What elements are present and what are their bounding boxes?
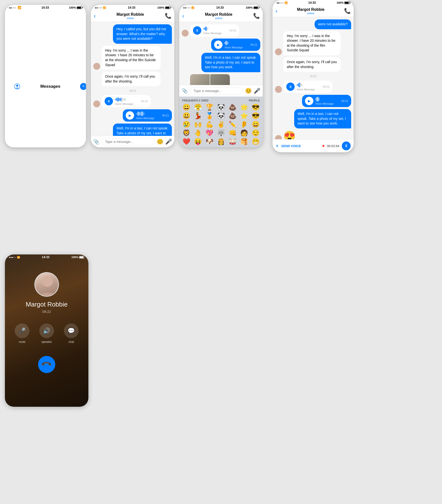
contact-status: online (278, 12, 344, 15)
emoji-item[interactable]: 💖 (206, 129, 213, 137)
recording-time: 00:02:64 (327, 144, 339, 148)
profile-icon[interactable] (14, 83, 21, 90)
status-time: 14:33 (42, 255, 50, 259)
emoji-item[interactable]: ⭐ (240, 112, 248, 120)
messages-title: Messages (21, 84, 80, 89)
emoji-item[interactable]: 🤚 (194, 129, 202, 137)
emoji-icon[interactable]: 😊 (157, 139, 163, 145)
emoji-item[interactable]: ✌️ (217, 121, 225, 128)
battery-indicator: 100% (337, 1, 350, 4)
emoji-item[interactable]: 🌟 (240, 103, 248, 111)
play-button[interactable]: ▶ (305, 97, 313, 105)
status-bar: ●●●○○ 📶 14:33 100% (5, 254, 88, 260)
emoji-item[interactable]: 👂 (240, 121, 248, 128)
message-bubble: Hey. I'm sorry ... I was in the shower. … (102, 46, 160, 70)
emoji-item[interactable]: 🙌 (194, 121, 202, 128)
back-button[interactable]: ‹ (182, 13, 184, 19)
message-input[interactable] (101, 138, 155, 145)
call-button[interactable]: 📞 (165, 13, 171, 19)
back-button[interactable]: ‹ (94, 13, 96, 19)
emoji-item[interactable]: 😎 (252, 103, 260, 111)
signal-indicator: ●●○○○ 📶 (9, 6, 21, 9)
emoji-item[interactable]: 😝 (194, 138, 202, 145)
emoji-item[interactable]: 🥞 (240, 138, 248, 145)
emoji-item[interactable]: 😌 (252, 129, 260, 137)
play-button[interactable]: ▶ (214, 40, 222, 49)
chat-button[interactable]: 💬 (64, 324, 79, 338)
microphone-icon[interactable]: 🎤 (165, 139, 172, 145)
contact-name: Margot Robbie (278, 7, 344, 12)
voice-duration: 00:32 (141, 100, 148, 103)
message-bubble: Hey. I'm sorry ... I was in the shower. … (283, 31, 341, 55)
emoji-item[interactable]: 😢 (182, 121, 190, 128)
emoji-item[interactable]: 🥁 (229, 138, 236, 145)
battery-indicator: 100% (158, 6, 170, 9)
emoji-item[interactable]: 🏆 (206, 103, 213, 111)
photo-thumbnail (210, 74, 230, 85)
emoji-item[interactable]: 😤 (194, 103, 202, 111)
voice-message: ⏸ Voice Message 00:32 (190, 24, 239, 36)
call-button[interactable]: 📞 (344, 8, 351, 14)
emoji-item[interactable]: 😄 (252, 121, 260, 128)
voice-message: ⏸ (102, 95, 151, 107)
emoji-row: 😀 😤 🏆 🐼 💩 🌟 😎 (181, 103, 261, 111)
emoji-item[interactable]: 💩 (229, 103, 236, 111)
avatar (93, 100, 100, 107)
emoji-picker-header: FREQUENTLY USED PEOPLE (181, 98, 261, 102)
emoji-item[interactable]: 😎 (252, 112, 260, 120)
call-button[interactable]: 📞 (253, 13, 260, 19)
voice-duration: 00:32 (323, 85, 330, 88)
emoji-item[interactable]: 💃 (194, 112, 202, 120)
emoji-item[interactable]: 🦁 (182, 129, 190, 137)
emoji-item[interactable]: 🐼 (217, 112, 225, 120)
back-button[interactable]: ‹ (276, 8, 278, 15)
timestamp: 19:22 (275, 75, 351, 78)
emoji-item[interactable]: 💩 (229, 112, 236, 120)
emoji-item[interactable]: 🧑 (240, 129, 248, 137)
emoji-item[interactable]: 💪 (206, 121, 213, 128)
call-avatar (34, 272, 59, 297)
emoji-item[interactable]: 🐶 (206, 138, 213, 145)
avatar (275, 135, 282, 139)
status-bar: ●●○○○ 📶 14:33 100% (179, 5, 263, 10)
emoji-item[interactable]: 🐼 (217, 103, 225, 111)
emoji-item[interactable]: 😁 (252, 138, 260, 145)
end-call-button[interactable]: 📞 (35, 352, 59, 377)
mute-button[interactable]: 🎤 (15, 324, 30, 338)
send-voice-button[interactable]: SEND VOICE (281, 144, 320, 148)
emoji-item[interactable]: 😀 (182, 103, 190, 111)
emoji-item[interactable]: ✏️ (229, 121, 236, 128)
message-bubble: Well, I'm in a taxi, I can not speak. Ta… (201, 53, 260, 72)
pause-button[interactable]: ⏸ (193, 26, 201, 35)
emoji-item[interactable]: 😃 (182, 112, 190, 120)
emoji-item[interactable]: 👸 (217, 138, 225, 145)
message-bubble: Well, I'm in a taxi, I can not speak. Ta… (294, 109, 351, 128)
emoji-item[interactable]: 👊 (229, 129, 236, 137)
emoji-item[interactable]: ❤️ (182, 138, 190, 145)
voice-message: ⏸ Voice Message 00:32 (283, 81, 333, 93)
emoji-item[interactable]: 🐺 (217, 129, 225, 137)
attachment-icon[interactable]: 📎 (182, 88, 188, 94)
avatar (182, 30, 189, 36)
contact-info: Margot Robbie online (96, 12, 165, 20)
cancel-voice-button[interactable]: ✕ (276, 144, 279, 148)
pause-button[interactable]: ⏸ (286, 83, 295, 91)
call-screen-panel: ●●●○○ 📶 14:33 100% Margot Robbie 09:22 🎤 (5, 254, 88, 407)
message-bubble: were not available? (315, 19, 351, 29)
emoji-icon[interactable]: 😊 (245, 88, 252, 94)
contact-status: online (96, 17, 165, 20)
emoji-item[interactable]: 🏅 (206, 112, 213, 120)
message-input[interactable] (190, 87, 243, 94)
voice-duration: 00:21 (341, 99, 348, 102)
microphone-icon[interactable]: 🎤 (254, 88, 260, 94)
voice-pause-button[interactable]: ⏸ (342, 142, 351, 150)
pause-button[interactable]: ⏸ (105, 97, 113, 105)
play-button[interactable]: ▶ (126, 111, 134, 120)
chat-control: 💬 chat (64, 324, 79, 344)
avatar (275, 86, 282, 93)
speaker-button[interactable]: 🔊 (39, 324, 54, 338)
compose-button[interactable]: + (80, 83, 86, 90)
attachment-icon[interactable]: 📎 (93, 139, 99, 145)
mute-control: 🎤 mute (15, 324, 30, 344)
contact-name: Margot Robbie (184, 12, 253, 17)
